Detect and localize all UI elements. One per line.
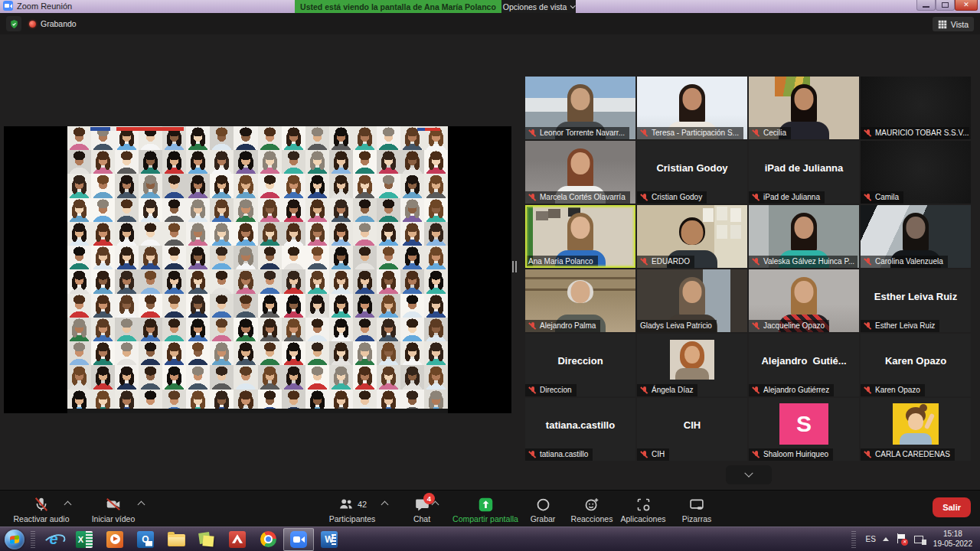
participant-tile-mauricio[interactable]: MAURICIO TOBAR S.S.V... bbox=[861, 77, 971, 139]
participants-icon bbox=[338, 496, 354, 513]
collage-portrait bbox=[67, 294, 91, 318]
taskbar-zoom-icon-active[interactable] bbox=[283, 528, 314, 551]
muted-mic-icon bbox=[640, 450, 648, 458]
leave-meeting-button[interactable]: Salir bbox=[933, 497, 971, 517]
participant-nameplate: CIH bbox=[637, 448, 669, 461]
taskbar-file-explorer-icon[interactable] bbox=[161, 528, 191, 551]
network-icon[interactable] bbox=[914, 534, 926, 545]
muted-mic-icon bbox=[528, 386, 537, 394]
taskbar-word-icon[interactable]: W bbox=[314, 528, 345, 551]
participant-tile-ana-maria-polanco-active-speaker[interactable]: Ana Maria Polanco bbox=[525, 205, 635, 268]
reactions-button[interactable]: Reacciones bbox=[567, 491, 617, 527]
chat-button[interactable]: 4 Chat bbox=[397, 491, 447, 527]
keyboard-language-indicator[interactable]: ES bbox=[866, 535, 876, 543]
participants-options-chevron[interactable] bbox=[381, 501, 389, 509]
muted-mic-icon bbox=[864, 450, 872, 458]
participant-tile-camila[interactable]: Camila bbox=[861, 141, 971, 204]
collage-portrait bbox=[353, 341, 377, 365]
participant-nameplate: Teresa - Participación S... bbox=[637, 127, 743, 139]
panel-resize-handle[interactable] bbox=[512, 261, 517, 272]
participant-tile-marcela[interactable]: Marcela Cortés Olavarría bbox=[525, 141, 635, 204]
minimize-button[interactable] bbox=[916, 0, 936, 11]
whiteboards-button[interactable]: Pizarras bbox=[672, 491, 721, 527]
collage-portrait bbox=[234, 341, 257, 365]
small-flag-strip bbox=[417, 128, 440, 131]
audio-options-chevron[interactable] bbox=[64, 501, 72, 509]
security-shield-chip[interactable] bbox=[6, 16, 21, 31]
collage-portrait bbox=[162, 341, 186, 365]
collage-portrait bbox=[305, 174, 329, 197]
collage-portrait bbox=[282, 198, 305, 222]
participant-tile-tatiana[interactable]: tatiana.castillo tatiana.castillo bbox=[525, 398, 635, 461]
collage-portrait bbox=[67, 365, 91, 389]
taskbar-pdf-editor-icon[interactable] bbox=[222, 528, 253, 551]
close-button[interactable]: ✕ bbox=[955, 0, 978, 11]
collage-portrait bbox=[67, 269, 91, 293]
collage-portrait bbox=[258, 294, 282, 318]
maximize-button[interactable] bbox=[936, 0, 955, 11]
collage-portrait bbox=[258, 198, 282, 222]
participant-tile-eduardo[interactable]: EDUARDO bbox=[637, 205, 747, 268]
taskbar-clock[interactable]: 15:18 19-05-2022 bbox=[933, 530, 972, 549]
window-controls: ✕ bbox=[916, 0, 978, 11]
start-video-button[interactable]: Iniciar vídeo bbox=[74, 491, 153, 527]
view-options-button[interactable]: Opciones de vista bbox=[501, 0, 576, 13]
participant-tile-carla[interactable]: CARLA CAREDENAS bbox=[861, 398, 971, 461]
taskbar-outlook-icon[interactable]: O bbox=[130, 528, 161, 551]
collage-portrait bbox=[210, 246, 234, 269]
collapse-video-panel-button[interactable] bbox=[726, 465, 772, 484]
participant-tile-carolina[interactable]: Carolina Valenzuela bbox=[861, 205, 971, 268]
collage-portrait bbox=[282, 246, 305, 269]
taskbar-excel-icon[interactable]: X bbox=[69, 528, 100, 551]
collage-portrait bbox=[258, 150, 282, 174]
collage-portrait bbox=[234, 365, 257, 389]
participant-tile-cih[interactable]: CIH CIH bbox=[637, 398, 747, 461]
participant-tile-karen[interactable]: Karen Opazo Karen Opazo bbox=[861, 334, 971, 396]
collage-portrait bbox=[400, 222, 424, 246]
participant-tile-shaloom[interactable]: S Shaloom Huiriqueo bbox=[749, 398, 859, 461]
participant-tile-ipad-julianna[interactable]: iPad de Julianna iPad de Julianna bbox=[749, 141, 859, 204]
collage-portrait bbox=[67, 222, 91, 246]
unmute-audio-button[interactable]: Reactivar audio bbox=[3, 491, 80, 527]
collage-portrait bbox=[329, 246, 353, 269]
start-button[interactable] bbox=[5, 530, 24, 549]
participant-tile-gladys[interactable]: Gladys Leiva Patricio bbox=[637, 269, 747, 332]
tray-date: 19-05-2022 bbox=[933, 540, 972, 549]
taskbar-chrome-icon[interactable] bbox=[253, 528, 283, 551]
collage-portrait bbox=[353, 246, 377, 269]
collage-portrait bbox=[329, 174, 353, 197]
video-options-chevron[interactable] bbox=[138, 501, 145, 509]
participant-tile-alejandro-palma[interactable]: Alejandro Palma bbox=[525, 269, 635, 332]
apps-button[interactable]: Aplicaciones bbox=[617, 491, 669, 527]
taskbar-media-player-icon[interactable] bbox=[100, 528, 130, 551]
participant-tile-cristian[interactable]: Cristian Godoy Cristian Godoy bbox=[637, 141, 747, 204]
taskbar-internet-explorer-icon[interactable]: e bbox=[38, 528, 69, 551]
view-layout-button[interactable]: Vista bbox=[933, 17, 974, 31]
participant-tile-teresa[interactable]: Teresa - Participación S... bbox=[637, 77, 747, 139]
collage-portrait bbox=[424, 318, 448, 341]
taskbar-sticky-notes-icon[interactable] bbox=[191, 528, 222, 551]
participant-tile-angela[interactable]: Ángela Díaz bbox=[637, 334, 747, 396]
collage-portrait bbox=[305, 222, 329, 246]
participant-tile-alejandro-gutierrez[interactable]: Alejandro Gutié... Alejandro Gutiérrez bbox=[749, 334, 859, 396]
collage-portrait bbox=[67, 318, 91, 341]
collage-portrait bbox=[329, 222, 353, 246]
share-screen-button[interactable]: Compartir pantalla bbox=[447, 491, 524, 527]
action-center-flag-icon[interactable] bbox=[896, 533, 907, 545]
participant-tile-jacqueline[interactable]: Jacqueline Opazo bbox=[749, 269, 859, 332]
participant-tile-esther[interactable]: Esther Leiva Ruiz Esther Leiva Ruiz bbox=[861, 269, 971, 332]
participant-tile-cecilia[interactable]: Cecilia bbox=[749, 77, 859, 139]
muted-mic-icon bbox=[640, 129, 648, 137]
participant-tile-leonor[interactable]: Leonor Torrente Navarr... bbox=[525, 77, 635, 139]
collage-portrait bbox=[400, 294, 424, 318]
participant-tile-direccion[interactable]: Direccion Direccion bbox=[525, 334, 635, 396]
participant-nameplate: Gladys Leiva Patricio bbox=[637, 320, 717, 332]
collage-portrait bbox=[329, 341, 353, 365]
participants-button[interactable]: 42 Participantes bbox=[308, 491, 397, 527]
participant-tile-valeska[interactable]: Valeska Gálvez Huinca P... bbox=[749, 205, 859, 268]
record-button[interactable]: Grabar bbox=[524, 491, 562, 527]
collage-portrait bbox=[210, 365, 234, 389]
participant-nameplate: MAURICIO TOBAR S.S.V... bbox=[861, 127, 969, 139]
hidden-icons-arrow[interactable] bbox=[883, 534, 889, 541]
collage-portrait bbox=[115, 269, 139, 293]
